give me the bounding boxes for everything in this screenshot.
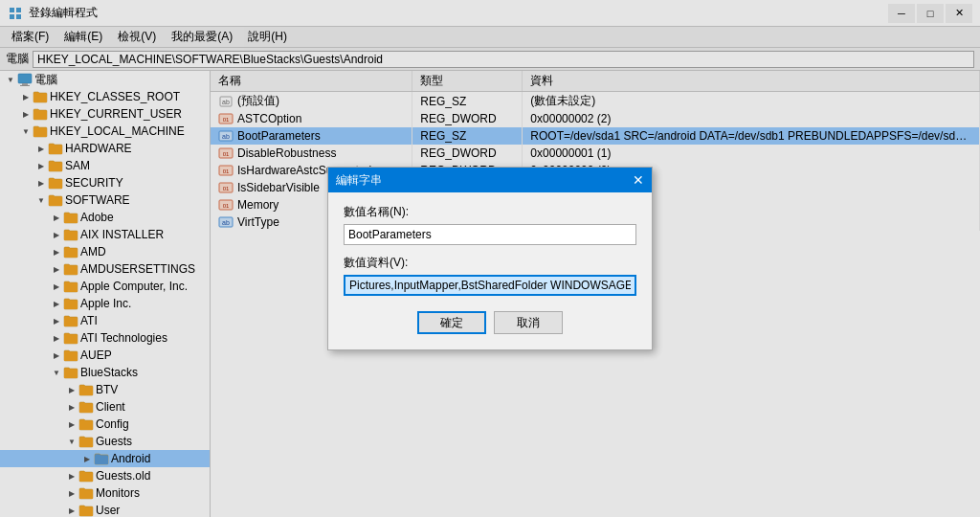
- dialog-title-bar: 編輯字串 ✕: [328, 168, 652, 192]
- data-input[interactable]: [344, 275, 636, 296]
- dialog-buttons: 確定 取消: [344, 311, 636, 334]
- edit-string-dialog: 編輯字串 ✕ 數值名稱(N): 數值資料(V): 確定 取消: [327, 167, 653, 350]
- dialog-title: 編輯字串: [336, 172, 382, 189]
- cancel-button[interactable]: 取消: [494, 311, 563, 334]
- dialog-body: 數值名稱(N): 數值資料(V): 確定 取消: [328, 192, 652, 349]
- dialog-overlay: 編輯字串 ✕ 數值名稱(N): 數值資料(V): 確定 取消: [0, 0, 980, 517]
- data-label: 數值資料(V):: [344, 255, 636, 271]
- name-input[interactable]: [344, 224, 636, 245]
- name-label: 數值名稱(N):: [344, 204, 636, 220]
- ok-button[interactable]: 確定: [417, 311, 486, 334]
- dialog-close-button[interactable]: ✕: [633, 173, 644, 187]
